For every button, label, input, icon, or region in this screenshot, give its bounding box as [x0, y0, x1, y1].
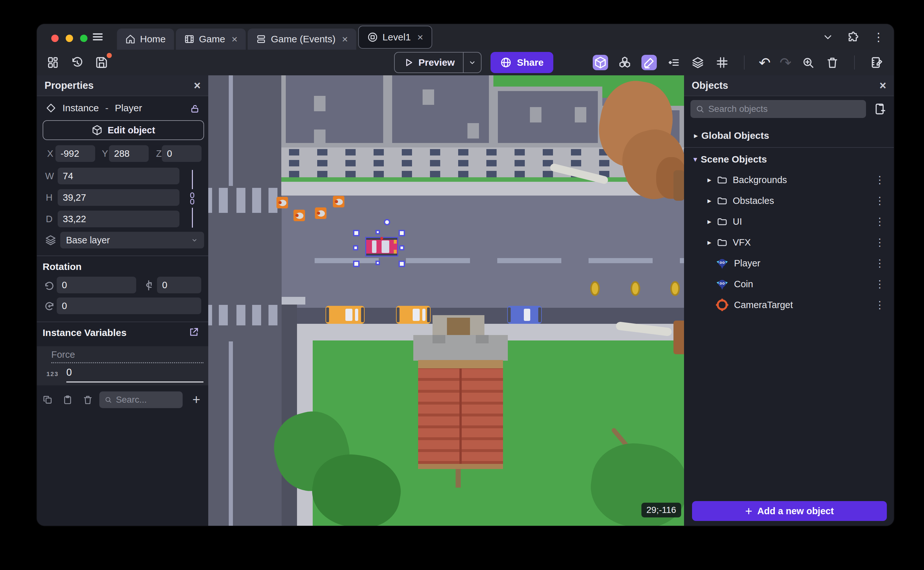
selection-handle[interactable]: [399, 260, 405, 267]
layout-panels-button[interactable]: [45, 55, 61, 70]
tab-close-icon[interactable]: ×: [417, 31, 423, 43]
rotation-z-input[interactable]: [57, 297, 201, 314]
add-new-object-button[interactable]: + Add a new object: [692, 501, 887, 521]
add-folder-icon[interactable]: [874, 103, 887, 115]
traffic-cone[interactable]: [293, 210, 305, 221]
selection-handle[interactable]: [399, 230, 405, 236]
chevron-right-icon[interactable]: ▸: [704, 217, 715, 226]
selection-handle[interactable]: [376, 260, 380, 265]
3d-view-toggle-button[interactable]: [593, 55, 608, 70]
tab-game-events[interactable]: Game (Events) ×: [247, 29, 356, 50]
save-button[interactable]: [94, 55, 109, 70]
tree-item-obstacles[interactable]: ▸ Obstacles ⋮: [684, 191, 894, 210]
objects-search-input[interactable]: [709, 104, 861, 114]
variable-name[interactable]: Force: [51, 349, 75, 360]
delete-button[interactable]: [825, 55, 840, 70]
link-dimensions-icon[interactable]: [188, 192, 197, 205]
coin[interactable]: [590, 281, 600, 296]
y-input[interactable]: [109, 145, 149, 162]
preview-split-button[interactable]: Preview: [394, 52, 481, 73]
building-roof[interactable]: [493, 87, 602, 147]
chevron-down-icon[interactable]: ▾: [690, 155, 701, 164]
unlock-icon[interactable]: [190, 104, 200, 114]
rotation-x-input[interactable]: [57, 277, 136, 293]
item-menu-kebab-icon[interactable]: ⋮: [875, 257, 885, 269]
selection-handle[interactable]: [353, 230, 359, 236]
grid-toggle-button[interactable]: [715, 55, 730, 70]
close-objects-icon[interactable]: ×: [880, 80, 886, 91]
variable-search-input[interactable]: [116, 395, 177, 405]
coin[interactable]: [670, 281, 680, 296]
traffic-cone[interactable]: [276, 197, 288, 208]
tree-item-ui[interactable]: ▸ UI ⋮: [684, 212, 894, 231]
selection-handle[interactable]: [353, 260, 359, 267]
selection-handle[interactable]: [353, 245, 358, 250]
item-menu-kebab-icon[interactable]: ⋮: [875, 195, 885, 207]
objects-search[interactable]: [690, 100, 866, 118]
npc-car-yellow[interactable]: [325, 306, 365, 324]
layers-panel-button[interactable]: [690, 55, 706, 70]
edit-object-button[interactable]: Edit object: [43, 120, 204, 140]
tab-close-icon[interactable]: ×: [342, 33, 348, 45]
extensions-puzzle-icon[interactable]: [847, 31, 859, 43]
building-roof[interactable]: [388, 75, 493, 147]
objects-mode-button[interactable]: [617, 55, 632, 70]
x-input[interactable]: [55, 145, 95, 162]
instances-list-button[interactable]: [666, 55, 681, 70]
item-menu-kebab-icon[interactable]: ⋮: [875, 174, 885, 186]
item-menu-kebab-icon[interactable]: ⋮: [875, 236, 885, 248]
edit-scene-properties-button[interactable]: [869, 55, 884, 70]
preview-button[interactable]: Preview: [395, 57, 463, 68]
close-window-button[interactable]: [51, 35, 59, 42]
npc-car-blue[interactable]: [507, 306, 542, 324]
tab-home[interactable]: Home: [117, 29, 174, 50]
redo-icon[interactable]: ↷: [779, 55, 791, 71]
variable-value[interactable]: 0: [66, 367, 72, 378]
paste-icon[interactable]: [63, 395, 73, 405]
undo-icon[interactable]: ↶: [759, 55, 771, 71]
tab-level1[interactable]: Level1 ×: [358, 26, 432, 49]
tree-item-vfx[interactable]: ▸ VFX ⋮: [684, 233, 894, 252]
building-roof[interactable]: [281, 75, 388, 147]
chevron-down-icon[interactable]: [822, 31, 834, 43]
chevron-right-icon[interactable]: ▸: [690, 131, 701, 140]
selected-player-car[interactable]: [366, 238, 397, 256]
scene-canvas[interactable]: 29;-116: [208, 75, 684, 526]
main-menu-button[interactable]: [91, 31, 104, 43]
width-input[interactable]: [58, 168, 179, 184]
group-scene-objects[interactable]: ▾ Scene Objects: [684, 150, 894, 169]
maximize-window-button[interactable]: [80, 35, 87, 42]
window-menu-kebab-icon[interactable]: ⋮: [873, 31, 884, 44]
tree-item-coin[interactable]: Coin ⋮: [684, 274, 894, 294]
item-menu-kebab-icon[interactable]: ⋮: [875, 299, 885, 311]
add-variable-icon[interactable]: +: [192, 392, 200, 408]
npc-car-yellow[interactable]: [396, 306, 431, 324]
group-global-objects[interactable]: ▸ Global Objects: [684, 126, 894, 145]
traffic-cone[interactable]: [315, 207, 327, 219]
zoom-button[interactable]: [800, 55, 816, 70]
item-menu-kebab-icon[interactable]: ⋮: [875, 278, 885, 290]
tree-item-cameratarget[interactable]: CameraTarget ⋮: [684, 295, 894, 314]
selection-handle[interactable]: [399, 245, 404, 250]
item-menu-kebab-icon[interactable]: ⋮: [875, 215, 885, 228]
layer-select[interactable]: Base layer: [60, 232, 204, 248]
traffic-cone[interactable]: [333, 196, 344, 207]
tree-item-player[interactable]: Player ⋮: [684, 254, 894, 273]
variable-search[interactable]: [99, 391, 183, 408]
depth-input[interactable]: [58, 211, 179, 227]
delete-variable-icon[interactable]: [82, 395, 93, 405]
minimize-window-button[interactable]: [66, 35, 73, 42]
rotation-y-input[interactable]: [157, 277, 201, 293]
chevron-right-icon[interactable]: ▸: [704, 175, 715, 184]
height-input[interactable]: [58, 189, 179, 206]
chevron-right-icon[interactable]: ▸: [704, 238, 715, 247]
open-variables-external-icon[interactable]: [188, 327, 199, 337]
selection-handle[interactable]: [376, 230, 380, 234]
tree-item-backgrounds[interactable]: ▸ Backgrounds ⋮: [684, 170, 894, 190]
rotation-handle[interactable]: [384, 219, 390, 225]
coin[interactable]: [631, 281, 640, 296]
preview-options-button[interactable]: [463, 52, 481, 72]
tab-game[interactable]: Game ×: [176, 29, 246, 50]
chevron-right-icon[interactable]: ▸: [704, 196, 715, 205]
tab-close-icon[interactable]: ×: [232, 33, 238, 45]
